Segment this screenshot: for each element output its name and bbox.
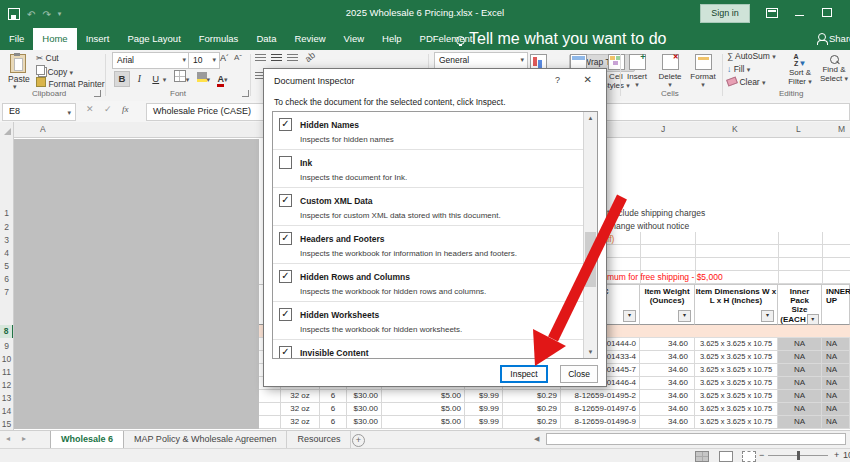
inspector-item-label[interactable]: Hidden Names xyxy=(300,120,359,130)
cell-each-price[interactable]: $5.00 xyxy=(382,390,465,403)
ribbon-tab[interactable]: Insert xyxy=(77,28,119,50)
cell-b[interactable] xyxy=(259,390,281,403)
cell-weight[interactable]: 34.60 xyxy=(640,364,695,377)
note-discount[interactable]: ff) xyxy=(607,233,614,246)
cell-inner-upc[interactable]: NA xyxy=(822,416,850,429)
row-header[interactable]: 1 xyxy=(0,207,13,220)
cell-inner-pack[interactable]: NA xyxy=(778,416,822,429)
cell-case-price[interactable]: $30.00 xyxy=(347,403,382,416)
cell-b[interactable] xyxy=(259,403,281,416)
sheet-tab[interactable]: Wholesale 6 xyxy=(50,431,124,449)
scroll-down-icon[interactable]: ▼ xyxy=(584,349,597,355)
header-cell-dimensions[interactable]: Item Dimensions W x L x H (Inches)▾ xyxy=(695,285,778,325)
italic-button[interactable]: I xyxy=(132,72,146,86)
bold-button[interactable]: B xyxy=(114,71,130,87)
inspector-item-label[interactable]: Hidden Rows and Columns xyxy=(300,272,410,282)
dialog-help-icon[interactable]: ? xyxy=(555,75,560,85)
inspector-item-label[interactable]: Ink xyxy=(300,158,312,168)
underline-button[interactable]: U xyxy=(149,72,163,86)
cell-price-per-oz[interactable]: $0.29 xyxy=(503,390,561,403)
copy-button[interactable]: Copy ▾ xyxy=(36,65,73,77)
close-button[interactable]: Close xyxy=(560,365,598,383)
cell-inner-upc[interactable]: NA xyxy=(822,338,850,351)
row-header[interactable]: 9 xyxy=(0,340,13,353)
sheet-tab[interactable]: MAP Policy & Wholesale Agreemen xyxy=(124,431,287,449)
zoom-slider-thumb[interactable] xyxy=(797,451,800,460)
inspect-button[interactable]: Inspect xyxy=(500,365,548,383)
cell-case-pack[interactable]: 6 xyxy=(320,390,347,403)
name-box-dropdown-icon[interactable]: ▾ xyxy=(67,105,71,120)
filter-dropdown-icon[interactable]: ▾ xyxy=(807,314,819,325)
cell-dimensions[interactable]: 3.625 x 3.625 x 10.75 xyxy=(695,403,778,416)
number-format-select[interactable]: General▾ xyxy=(434,52,528,69)
bottom-align-icon[interactable] xyxy=(287,54,298,62)
column-header[interactable]: A xyxy=(40,122,46,137)
row-header[interactable]: 5 xyxy=(0,260,13,273)
tab-scroll-left-icon[interactable]: ◂ xyxy=(6,434,10,443)
cancel-icon[interactable]: ✕ xyxy=(86,104,94,114)
page-layout-view-icon[interactable] xyxy=(719,451,733,462)
scroll-up-icon[interactable]: ▲ xyxy=(584,115,597,121)
tab-scroll-right-icon[interactable]: ▸ xyxy=(22,434,26,443)
dialog-scroll-thumb[interactable] xyxy=(585,232,596,287)
cut-button[interactable]: ✂ Cut xyxy=(36,53,59,63)
row-header[interactable]: 6 xyxy=(0,273,13,286)
cell-inner-pack[interactable]: NA xyxy=(778,403,822,416)
tell-me-box[interactable]: Tell me what you want to do xyxy=(452,28,666,50)
inspector-item-label[interactable]: Custom XML Data xyxy=(300,196,373,206)
cell-price-per-oz[interactable]: $0.29 xyxy=(503,416,561,429)
new-sheet-icon[interactable]: + xyxy=(352,434,365,447)
row-header[interactable]: 12 xyxy=(0,379,13,392)
ribbon-tab[interactable]: Home xyxy=(33,28,76,50)
cell-inner-upc[interactable]: NA xyxy=(822,390,850,403)
ribbon-tab[interactable]: Page Layout xyxy=(118,28,189,50)
cell-upc[interactable]: 8-12659-01495-2 xyxy=(561,390,640,403)
cell-inner-upc[interactable]: NA xyxy=(822,364,850,377)
inspector-item-label[interactable]: Hidden Worksheets xyxy=(300,310,379,320)
borders-dropdown-icon[interactable]: ▾ xyxy=(186,76,190,83)
inspector-item-checkbox[interactable] xyxy=(279,156,292,169)
cell-weight[interactable]: 34.60 xyxy=(640,351,695,364)
grow-font-button[interactable]: A´ xyxy=(220,53,229,63)
ribbon-tab[interactable]: Review xyxy=(285,28,334,50)
filter-dropdown-icon[interactable]: ▾ xyxy=(623,310,636,322)
name-box[interactable]: E8▾ xyxy=(2,103,76,121)
share-button[interactable]: Share xyxy=(818,28,850,50)
cell-case-price[interactable]: $30.00 xyxy=(347,390,382,403)
orientation-icon[interactable]: ab xyxy=(303,50,317,64)
row-header[interactable]: 14 xyxy=(0,405,13,418)
row-header[interactable]: 8 xyxy=(0,325,13,338)
paste-dropdown-icon[interactable]: ▾ xyxy=(13,83,17,91)
row-header[interactable]: 11 xyxy=(0,366,13,379)
find-select-button[interactable]: Find & Select ▾ xyxy=(817,50,850,83)
cell-case-pack[interactable]: 6 xyxy=(320,416,347,429)
scroll-left-icon[interactable]: ◀ xyxy=(534,435,539,443)
fill-button[interactable]: ↓ Fill ▾ xyxy=(727,64,750,74)
ribbon-display-options-icon[interactable] xyxy=(766,8,778,18)
clear-button[interactable]: Clear ▾ xyxy=(727,77,766,87)
row-header[interactable]: 3 xyxy=(0,234,13,247)
inspector-item-checkbox[interactable] xyxy=(279,270,292,283)
cell-inner-pack[interactable]: NA xyxy=(778,351,822,364)
column-header[interactable]: M xyxy=(838,122,845,137)
header-cell-weight[interactable]: Item Weight (Ounces)▾ xyxy=(640,285,695,325)
cell-size[interactable]: 32 oz xyxy=(281,390,320,403)
column-header[interactable]: J xyxy=(661,122,665,137)
cell-price-per-oz[interactable]: $0.29 xyxy=(503,403,561,416)
cell-weight[interactable]: 34.60 xyxy=(640,416,695,429)
shrink-font-button[interactable]: Aˇ xyxy=(234,53,242,62)
row-header[interactable]: 13 xyxy=(0,392,13,405)
zoom-percentage[interactable]: 100% xyxy=(843,450,850,460)
insert-cells-button[interactable]: Insert ▾ xyxy=(621,50,653,89)
delete-cells-button[interactable]: Delete ▾ xyxy=(654,50,686,89)
cell-map-price[interactable]: $9.99 xyxy=(465,403,503,416)
ribbon-tab[interactable]: Data xyxy=(247,28,285,50)
sign-in-button[interactable]: Sign in xyxy=(700,4,750,23)
borders-icon[interactable] xyxy=(174,70,186,82)
cell-inner-upc[interactable]: NA xyxy=(822,351,850,364)
note-free-shipping-minimum[interactable]: imum for free shipping - $5,000 xyxy=(605,271,723,284)
row-header[interactable]: 4 xyxy=(0,247,13,260)
cell-size[interactable]: 32 oz xyxy=(281,416,320,429)
dialog-close-icon[interactable]: ✕ xyxy=(584,74,592,85)
cell-inner-pack[interactable]: NA xyxy=(778,390,822,403)
